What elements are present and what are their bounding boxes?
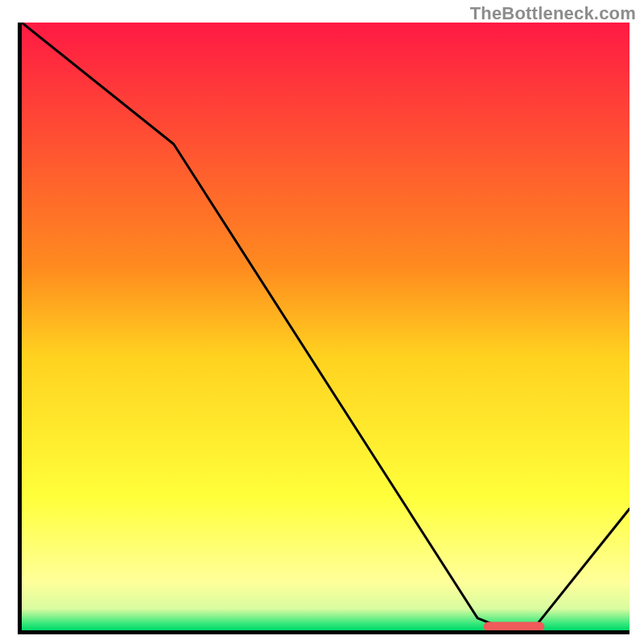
chart-container: TheBottleneck.com: [0, 0, 644, 644]
chart-svg: [22, 23, 630, 630]
optimal-marker: [484, 621, 545, 630]
marker-layer: [484, 621, 545, 630]
plot-area: [18, 23, 630, 634]
gradient-background: [22, 23, 630, 630]
attribution-text: TheBottleneck.com: [470, 3, 636, 24]
